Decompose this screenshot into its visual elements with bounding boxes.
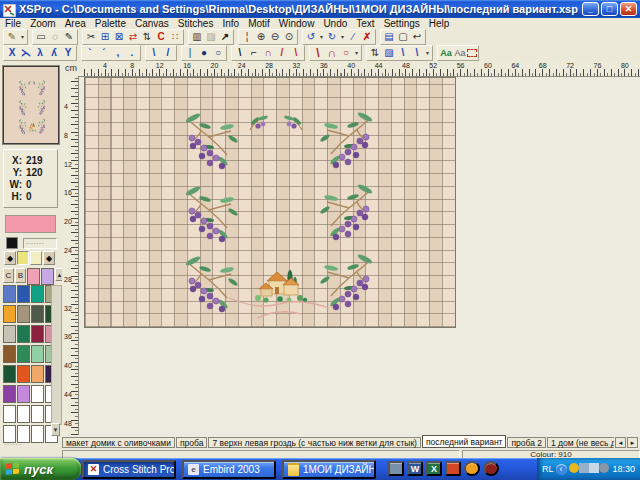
palette-column-b[interactable]: B <box>15 268 26 283</box>
palette-swatch[interactable] <box>3 325 16 343</box>
quicklaunch-media-icon[interactable] <box>388 461 404 476</box>
start-button[interactable]: пуск <box>0 458 81 480</box>
pattern-tab[interactable]: макет домик с оливочками <box>62 437 175 448</box>
motif-image-icon[interactable]: ▨ <box>382 47 396 59</box>
pattern-tab[interactable]: проба 2 <box>507 437 546 448</box>
text-tool-icon[interactable]: Aa <box>439 47 453 59</box>
menu-item-info[interactable]: Info <box>222 18 239 29</box>
pencil-tool-icon[interactable]: ✎ <box>5 31 19 43</box>
motif-flip-icon[interactable]: ⇅ <box>140 31 154 43</box>
draw-line-icon[interactable]: ∕ <box>346 31 360 43</box>
thread-guide-icon[interactable]: ¦ <box>240 31 254 43</box>
bead-icon[interactable]: ○ <box>211 47 225 59</box>
redo-icon[interactable]: ↻ <box>325 31 339 43</box>
marker-diamond-right[interactable]: ◆ <box>43 251 55 265</box>
palette-swatch[interactable] <box>31 325 44 343</box>
french-knot-icon[interactable]: ● <box>197 47 211 59</box>
text-tool-alt-icon[interactable]: Aa <box>453 47 467 59</box>
taskbar-task-2[interactable]: eEmbird 2003 <box>182 460 276 479</box>
image-disabled-icon[interactable]: ▨ <box>204 31 218 43</box>
palette-swatch[interactable] <box>3 365 16 383</box>
hoop-circle-icon[interactable]: ○ <box>339 47 353 59</box>
color-code-field[interactable]: ------- <box>23 238 57 249</box>
tab-scroll-right-icon[interactable]: ► <box>627 437 638 448</box>
motif-trail[interactable] <box>227 294 331 324</box>
half-stitch-forward-icon[interactable]: / <box>161 47 175 59</box>
motif-paste-icon[interactable]: ⊠ <box>112 31 126 43</box>
menu-item-file[interactable]: File <box>5 18 21 29</box>
minimize-button[interactable]: _ <box>582 2 599 16</box>
copy-page-icon[interactable]: ▤ <box>382 31 396 43</box>
tray-chevron-icon[interactable]: ‹ <box>556 464 567 475</box>
menu-item-text[interactable]: Text <box>356 18 374 29</box>
palette-swatch[interactable] <box>17 345 30 363</box>
half-stitch-back-icon[interactable]: \ <box>147 47 161 59</box>
backstitch-mixed-icon[interactable]: \ <box>289 47 303 59</box>
palette-swatch[interactable] <box>31 345 44 363</box>
quarter-fork-stitch-icon[interactable]: Y <box>61 47 75 59</box>
backstitch-line-icon[interactable]: \ <box>233 47 247 59</box>
palette-swatch[interactable] <box>31 365 44 383</box>
fabric-swatch-pale[interactable] <box>30 251 42 265</box>
palette-swatch[interactable] <box>17 305 30 323</box>
backstitch-path-icon[interactable]: ⌐ <box>247 47 261 59</box>
motif-house[interactable] <box>29 122 37 134</box>
special-stitch-2-icon[interactable]: \ <box>410 47 424 59</box>
menu-item-canvas[interactable]: Canvas <box>135 18 169 29</box>
pattern-tab[interactable]: 7 верхн левая гроздь (с частью ниж ветки… <box>208 437 421 448</box>
quicklaunch-app-icon[interactable] <box>445 461 461 476</box>
motif-mirror-icon[interactable]: ⇄ <box>126 31 140 43</box>
motif-rotate-icon[interactable]: C <box>154 31 168 43</box>
palette-swatch[interactable] <box>3 285 16 303</box>
palette-swatch[interactable] <box>3 405 16 423</box>
motif-cut-icon[interactable]: ✂ <box>84 31 98 43</box>
vertical-stitch-icon[interactable]: | <box>183 47 197 59</box>
palette-swatch[interactable] <box>3 305 16 323</box>
palette-swatch[interactable] <box>17 285 30 303</box>
menu-item-settings[interactable]: Settings <box>384 18 420 29</box>
palette-swatch[interactable] <box>41 268 54 285</box>
fabric-swatch-selected[interactable] <box>17 251 29 265</box>
tray-app-icon[interactable] <box>579 463 589 473</box>
half-stitch-left-icon[interactable]: λ <box>33 47 47 59</box>
motif-olive-branch[interactable] <box>179 111 241 177</box>
palette-swatch[interactable] <box>31 305 44 323</box>
menu-item-help[interactable]: Help <box>429 18 450 29</box>
motif-sprig[interactable] <box>247 112 271 138</box>
palette-swatch[interactable] <box>31 285 44 303</box>
marker-diamond-left[interactable]: ◆ <box>4 251 16 265</box>
zoom-in-icon[interactable]: ⊕ <box>254 31 268 43</box>
quicklaunch-orange-icon[interactable] <box>464 461 480 476</box>
full-cross-stitch-icon[interactable]: X <box>5 47 19 59</box>
palette-scrollbar-track[interactable] <box>51 285 62 425</box>
menu-item-stitches[interactable]: Stitches <box>178 18 214 29</box>
palette-swatch[interactable] <box>17 405 30 423</box>
quicklaunch-word-icon[interactable]: W <box>407 461 423 476</box>
ink-color-swatch[interactable] <box>6 237 18 249</box>
pencil-dropdown-icon[interactable]: ▾ <box>19 31 26 43</box>
taskbar-task-1[interactable]: ✕Cross Stitch Pro... <box>82 460 176 479</box>
motif-copy-icon[interactable]: ⊞ <box>98 31 112 43</box>
backstitch-curve-icon[interactable]: ∩ <box>261 47 275 59</box>
menu-item-motif[interactable]: Motif <box>248 18 270 29</box>
motif-olive-branch[interactable] <box>37 118 46 136</box>
zoom-out-icon[interactable]: ⊖ <box>268 31 282 43</box>
palette-swatch[interactable] <box>3 385 16 403</box>
motif-olive-branch[interactable] <box>37 99 46 117</box>
menu-item-palette[interactable]: Palette <box>95 18 126 29</box>
tray-monitor-icon[interactable] <box>589 463 599 473</box>
tab-scroll-left-icon[interactable]: ◄ <box>615 437 626 448</box>
filmstrip-icon[interactable]: ▥ <box>190 31 204 43</box>
sort-stitches-icon[interactable]: ⇅ <box>368 47 382 59</box>
redo-dropdown-icon[interactable]: ▾ <box>339 31 346 43</box>
motif-olive-branch[interactable] <box>18 100 27 118</box>
blank-page-icon[interactable]: ▢ <box>396 31 410 43</box>
threequarter-stitch-1-icon[interactable]: ⋋ <box>19 47 33 59</box>
motif-olive-branch[interactable] <box>18 80 27 98</box>
palette-column-c[interactable]: C <box>3 268 14 283</box>
motif-trail[interactable] <box>25 129 40 137</box>
petite-stitch-1-icon[interactable]: ` <box>83 47 97 59</box>
palette-swatch[interactable] <box>27 268 40 285</box>
menu-item-zoom[interactable]: Zoom <box>30 18 56 29</box>
palette-swatch[interactable] <box>17 385 30 403</box>
